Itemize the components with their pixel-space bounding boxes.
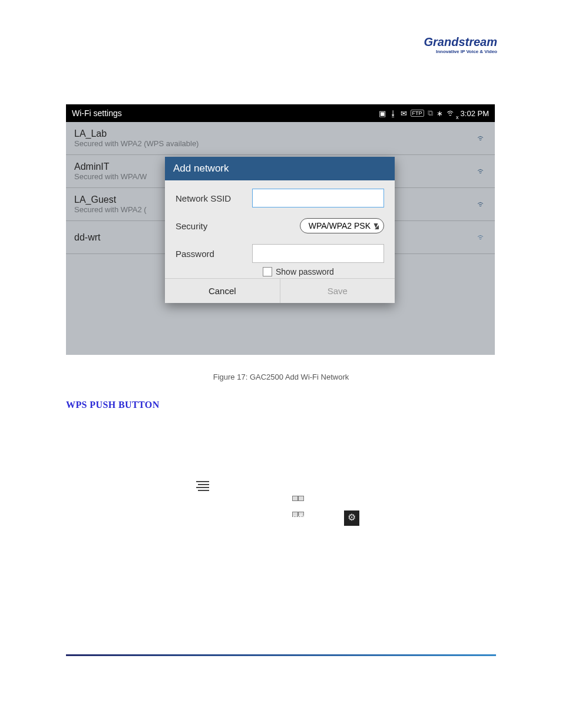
figure-caption: Figure 17: GAC2500 Add Wi-Fi Network <box>0 373 562 381</box>
mail-icon: ✉ <box>401 109 407 118</box>
menu-icon <box>196 481 209 490</box>
security-label: Security <box>176 221 252 231</box>
security-value: WPA/WPA2 PSK <box>309 221 371 230</box>
save-button[interactable]: Save <box>280 279 395 303</box>
ftp-icon: FTP <box>411 110 424 117</box>
wifi-name: AdminIT <box>74 162 147 172</box>
image-icon: ▣ <box>379 109 386 118</box>
bluetooth-icon: ∗ <box>437 109 443 118</box>
status-icons: ▣ ⭳ ✉ FTP ⧉ ∗ ᯤx 3:02 PM <box>379 107 489 120</box>
wifi-name: LA_Guest <box>74 195 147 205</box>
logo-subtext: Innovative IP Voice & Video <box>424 49 498 54</box>
paragraph-3: Please refer to the chapter Wi-Fi Settin… <box>66 601 495 618</box>
section-heading: WPS PUSH BUTTON <box>66 400 160 410</box>
wifi-name: dd-wrt <box>74 232 100 243</box>
wifi-signal-icon: ᯤ <box>477 232 487 243</box>
logo-text: Grandstream <box>424 35 498 48</box>
security-select[interactable]: WPA/WPA2 PSK <box>300 218 384 233</box>
p2-a: WPS Push Button: Tap on MENU <box>66 480 194 490</box>
show-password-label: Show password <box>276 267 334 276</box>
brand-logo: Grandstream Innovative IP Voice & Video <box>424 35 498 54</box>
footer-divider <box>66 654 496 656</box>
paragraph-1: GAC2500 supports WPS function for Wi-Fi … <box>66 424 495 457</box>
wifi-signal-icon: ᯤ <box>477 199 487 210</box>
password-input[interactable] <box>252 244 384 263</box>
wifi-security: Secured with WPA2 (WPS available) <box>74 139 199 148</box>
show-password-checkbox[interactable] <box>263 267 272 276</box>
cancel-button[interactable]: Cancel <box>165 279 280 303</box>
footer-version: Firmware Version 1.0.1.40 <box>66 684 148 693</box>
wifi-x-icon: ᯤx <box>447 107 457 120</box>
gear-icon <box>344 510 359 526</box>
screen-title: Wi-Fi settings <box>72 108 379 118</box>
footer-doc: GAC2500 Administration Guide <box>249 684 348 693</box>
wifi-name: LA_Lab <box>74 129 199 139</box>
wifi-item-la-lab[interactable]: LA_Lab Secured with WPA2 (WPS available)… <box>66 122 495 155</box>
show-password-row[interactable]: Show password <box>176 266 384 277</box>
status-time: 3:02 PM <box>461 109 489 118</box>
add-network-dialog: Add network Network SSID Security WPA/WP… <box>165 157 395 303</box>
status-bar: Wi-Fi settings ▣ ⭳ ✉ FTP ⧉ ∗ ᯤx 3:02 PM <box>66 104 495 122</box>
ssid-input[interactable] <box>252 189 384 207</box>
wifi-security: Secured with WPA2 ( <box>74 205 147 214</box>
footer-page: Page 35 of 114 <box>448 684 496 693</box>
download-icon: ⭳ <box>389 109 397 118</box>
paragraph-2: WPS Push Button: Tap on MENU key, then s… <box>66 477 495 542</box>
password-label: Password <box>176 249 252 259</box>
dropdown-icon <box>375 225 379 229</box>
dialog-title: Add network <box>165 157 395 180</box>
ssid-label: Network SSID <box>176 193 252 203</box>
wifi-weak-icon: ⧉ <box>428 108 433 118</box>
page-footer: Firmware Version 1.0.1.40 GAC2500 Admini… <box>66 684 496 693</box>
wifi-signal-icon: ᯤ <box>477 133 487 144</box>
wifi-security: Secured with WPA/W <box>74 172 147 181</box>
wps-key-icon <box>292 496 306 509</box>
wifi-signal-icon: ᯤ <box>477 166 487 177</box>
